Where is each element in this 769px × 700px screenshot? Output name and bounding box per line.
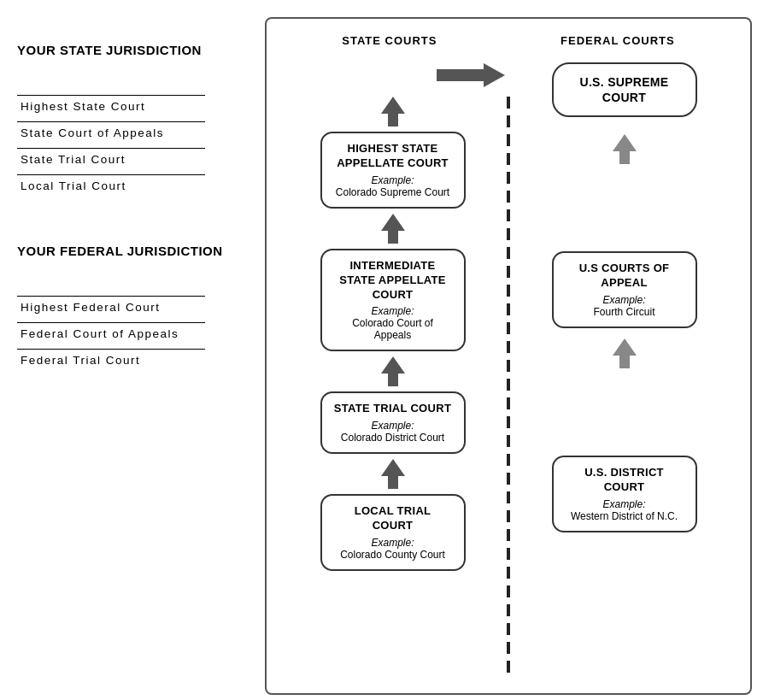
highest-state-example-label: Example:: [334, 174, 452, 186]
state-trial-court-box: STATE TRIAL COURT Example: Colorado Dist…: [320, 391, 466, 454]
arrow-up-icon: [381, 459, 405, 489]
diagram: HIGHEST STATE APPELLATE COURT Example: C…: [280, 62, 737, 678]
local-trial-court-box: LOCAL TRIAL COURT Example: Colorado Coun…: [320, 494, 466, 571]
state-trial-court-title: STATE TRIAL COURT: [334, 402, 452, 416]
federal-courts-list: Highest Federal Court Federal Court of A…: [17, 296, 256, 367]
intermediate-state-court-title: INTERMEDIATE STATE APPELLATE COURT: [334, 259, 452, 303]
highest-state-example: Colorado Supreme Court: [334, 186, 452, 198]
court-label: Local Trial Court: [17, 179, 256, 192]
divider-line: [17, 296, 205, 297]
federal-col-header: FEDERAL COURTS: [561, 34, 675, 47]
svg-marker-6: [613, 338, 637, 368]
us-appeals-title: U.S COURTS OF APPEAL: [566, 262, 684, 291]
federal-jurisdiction-title: YOUR FEDERAL JURISDICTION: [17, 244, 256, 258]
arrow-up-icon: [381, 97, 405, 126]
arrow-right-icon: [437, 62, 505, 88]
svg-marker-1: [381, 97, 405, 126]
state-column: HIGHEST STATE APPELLATE COURT Example: C…: [280, 62, 505, 678]
arrow-up-icon: [613, 134, 637, 164]
list-item: Federal Trial Court: [17, 349, 256, 367]
supreme-court-title: U.S. SUPREME COURT: [569, 74, 680, 105]
column-headers: STATE COURTS FEDERAL COURTS: [280, 34, 737, 47]
divider-line: [17, 322, 205, 323]
highest-state-court-title: HIGHEST STATE APPELLATE COURT: [334, 142, 452, 171]
arrow-up-icon: [381, 214, 405, 244]
list-item: State Trial Court: [17, 148, 256, 166]
court-label: State Trial Court: [17, 153, 256, 166]
us-appeals-example: Fourth Circuit: [566, 306, 684, 318]
svg-marker-0: [437, 63, 505, 87]
local-trial-example: Colorado County Court: [334, 549, 452, 561]
divider-column: [505, 62, 512, 678]
state-courts-list: Highest State Court State Court of Appea…: [17, 95, 256, 192]
us-appeals-court-box: U.S COURTS OF APPEAL Example: Fourth Cir…: [552, 251, 697, 328]
divider-line: [17, 349, 205, 350]
court-label: Federal Court of Appeals: [17, 327, 256, 340]
intermediate-state-example: Colorado Court of Appeals: [334, 317, 452, 341]
divider-line: [17, 148, 205, 149]
list-item: Highest State Court: [17, 95, 256, 113]
us-district-court-box: U.S. DISTRICT COURT Example: Western Dis…: [552, 456, 697, 532]
left-panel: YOUR STATE JURISDICTION Highest State Co…: [17, 17, 256, 375]
us-district-example: Western District of N.C.: [566, 510, 684, 522]
intermediate-state-court-box: INTERMEDIATE STATE APPELLATE COURT Examp…: [320, 249, 466, 352]
state-trial-example-label: Example:: [334, 420, 452, 432]
us-district-example-label: Example:: [566, 498, 684, 510]
list-item: State Court of Appeals: [17, 121, 256, 139]
list-item: Highest Federal Court: [17, 296, 256, 314]
svg-marker-5: [613, 134, 637, 164]
svg-marker-2: [381, 214, 405, 244]
supreme-court-box: U.S. SUPREME COURT: [552, 62, 697, 117]
local-trial-example-label: Example:: [334, 537, 452, 549]
divider-line: [17, 174, 205, 175]
highest-state-court-box: HIGHEST STATE APPELLATE COURT Example: C…: [320, 132, 466, 209]
dashed-divider: [507, 97, 510, 678]
us-appeals-example-label: Example:: [566, 294, 684, 306]
arrow-up-icon: [381, 356, 405, 386]
local-trial-court-title: LOCAL TRIAL COURT: [334, 504, 452, 533]
state-col-header: STATE COURTS: [342, 34, 437, 47]
federal-column: U.S. SUPREME COURT U.S COURTS OF APPEAL …: [512, 62, 737, 678]
court-label: Highest State Court: [17, 100, 256, 113]
list-item: Federal Court of Appeals: [17, 322, 256, 340]
court-label: State Court of Appeals: [17, 126, 256, 139]
court-label: Highest Federal Court: [17, 301, 256, 314]
court-label: Federal Trial Court: [17, 354, 256, 367]
state-trial-example: Colorado District Court: [334, 432, 452, 444]
arrow-up-icon: [613, 338, 637, 368]
svg-marker-4: [381, 459, 405, 489]
state-jurisdiction-title: YOUR STATE JURISDICTION: [17, 43, 256, 57]
list-item: Local Trial Court: [17, 174, 256, 192]
us-district-title: U.S. DISTRICT COURT: [566, 466, 684, 495]
right-panel: STATE COURTS FEDERAL COURTS HIGHEST STAT…: [265, 17, 752, 695]
divider-line: [17, 121, 205, 122]
intermediate-state-example-label: Example:: [334, 305, 452, 317]
divider-line: [17, 95, 205, 96]
svg-marker-3: [381, 356, 405, 386]
